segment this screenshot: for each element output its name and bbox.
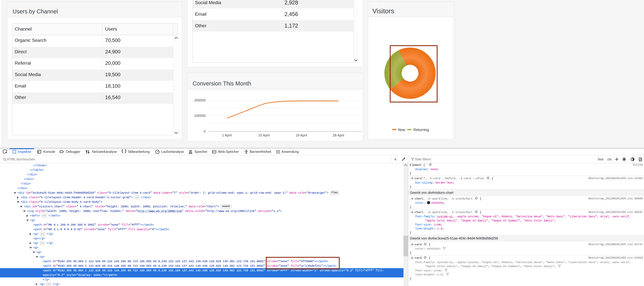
svg-text:10 April: 10 April xyxy=(258,133,270,137)
svg-text:Returning: Returning xyxy=(414,128,429,132)
svg-text:28 April: 28 April xyxy=(333,133,344,137)
svg-text:New: New xyxy=(398,128,405,132)
svg-text:100000: 100000 xyxy=(194,114,206,118)
svg-text:0: 0 xyxy=(204,130,206,133)
svg-text:19 April: 19 April xyxy=(296,133,307,137)
svg-text:1 April: 1 April xyxy=(222,133,232,137)
svg-text:200000: 200000 xyxy=(194,98,206,102)
